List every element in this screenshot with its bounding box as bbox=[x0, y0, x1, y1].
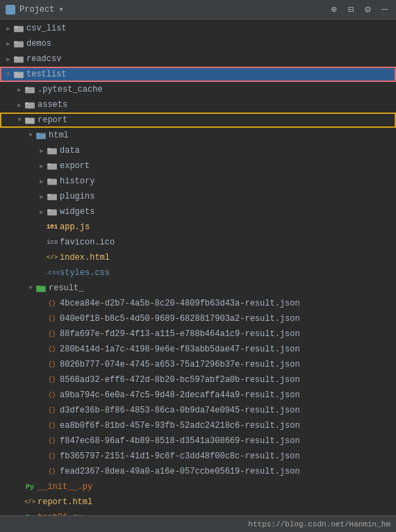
bar-spacer bbox=[0, 235, 2, 250]
folder-icon bbox=[35, 283, 47, 293]
tree-item-result9[interactable]: ▶{}ea8b0f6f-81bd-457e-93fb-52adc24218c6-… bbox=[0, 418, 396, 433]
file-icon: </> bbox=[47, 253, 58, 263]
tree-item-label: d3dfe36b-8f86-4853-86ca-0b9da74e0945-res… bbox=[60, 406, 393, 415]
title-bar-dropdown[interactable]: ▾ bbox=[58, 4, 63, 15]
title-bar-left: Project ▾ bbox=[6, 4, 64, 15]
tree-arrow[interactable] bbox=[15, 115, 24, 125]
svg-rect-24 bbox=[47, 179, 51, 181]
tree-item-stylescss[interactable]: ▶.cssstyles.css bbox=[0, 265, 396, 281]
tree-arrow[interactable] bbox=[37, 161, 47, 171]
tree-item-result8[interactable]: ▶{}d3dfe36b-8f86-4853-86ca-0b9da74e0945-… bbox=[0, 403, 396, 418]
bar-spacer bbox=[0, 311, 2, 326]
file-icon: {} bbox=[47, 344, 58, 354]
tree-arrow[interactable] bbox=[26, 131, 35, 140]
tree-item-assets[interactable]: assets bbox=[0, 97, 396, 113]
minimize-button[interactable]: — bbox=[379, 3, 390, 15]
svg-rect-5 bbox=[14, 57, 17, 59]
svg-rect-26 bbox=[47, 194, 51, 197]
title-bar-actions: ⊕ ⊟ ⚙ — bbox=[328, 3, 390, 15]
bar-spacer bbox=[0, 433, 2, 449]
tree-arrow[interactable] bbox=[26, 283, 35, 293]
tree-item-appjs[interactable]: ▶101app.js bbox=[0, 219, 396, 235]
tree-arrow[interactable] bbox=[37, 192, 47, 201]
tree-item-report[interactable]: report bbox=[0, 113, 396, 128]
tree-item-readcsv[interactable]: readcsv bbox=[0, 51, 396, 67]
bar-spacer bbox=[0, 510, 2, 515]
file-icon: {} bbox=[47, 360, 58, 369]
svg-rect-20 bbox=[47, 149, 51, 151]
bar-spacer bbox=[0, 113, 2, 128]
tree-item-result_[interactable]: result_ bbox=[0, 281, 396, 296]
tree-item-result4[interactable]: ▶{}280b414d-1a7c-4198-9e6e-f83abb5dae47-… bbox=[0, 342, 396, 357]
tree-item-result6[interactable]: ▶{}8568ad32-eff6-472d-8b20-bc597abf2a0b-… bbox=[0, 372, 396, 388]
settings-button[interactable]: ⚙ bbox=[362, 3, 373, 15]
bar-spacer bbox=[0, 281, 2, 296]
tree-item-label: 280b414d-1a7c-4198-9e6e-f83abb5dae47-res… bbox=[60, 344, 393, 354]
tree-item-result12[interactable]: ▶{}fead2367-8dea-49a0-a16e-057ccbe05619-… bbox=[0, 464, 396, 479]
file-icon: 101 bbox=[47, 222, 58, 232]
tree-item-result7[interactable]: ▶{}a9ba794c-6e0a-47c5-9d48-2decaffa44a9-… bbox=[0, 388, 396, 403]
add-button[interactable]: ⊕ bbox=[328, 3, 339, 15]
tree-item-label: result_ bbox=[49, 283, 393, 293]
tree-item-history[interactable]: history bbox=[0, 174, 396, 189]
tree-item-indexhtml[interactable]: ▶</>index.html bbox=[0, 250, 396, 265]
tree-arrow[interactable] bbox=[3, 69, 13, 79]
tree-item-html[interactable]: html bbox=[0, 128, 396, 143]
folder-icon bbox=[13, 24, 24, 33]
tree-item-pytest_cache[interactable]: .pytest_cache bbox=[0, 82, 396, 97]
file-icon: .css bbox=[47, 268, 58, 278]
folder-icon bbox=[47, 207, 58, 217]
tree-item-data[interactable]: data bbox=[0, 143, 396, 158]
tree-item-label: plugins bbox=[60, 192, 393, 201]
tree-arrow[interactable] bbox=[15, 100, 24, 110]
bar-spacer bbox=[0, 357, 2, 372]
bar-spacer bbox=[0, 174, 2, 189]
status-url: https://blog.csdn.net/Hanmin_hm bbox=[248, 520, 390, 529]
tree-item-init_py[interactable]: ▶Py__init__.py bbox=[0, 479, 396, 494]
bar-spacer bbox=[0, 418, 2, 433]
tree-arrow[interactable] bbox=[37, 207, 47, 217]
tree-item-reporthtml[interactable]: ▶</>report.html bbox=[0, 494, 396, 510]
file-icon: {} bbox=[47, 329, 58, 339]
file-icon: {} bbox=[47, 467, 58, 476]
tree-item-result3[interactable]: ▶{}88fa697e-fd29-4f13-a115-e788b464a1c9-… bbox=[0, 326, 396, 342]
bar-spacer bbox=[0, 143, 2, 158]
tree-item-label: 040e0f18-b8c5-4d50-9689-6828817903a2-res… bbox=[60, 314, 393, 324]
tree-arrow[interactable] bbox=[37, 146, 47, 156]
tree-item-result11[interactable]: ▶{}fb365797-2151-41d1-9c6f-c3dd48f00c8c-… bbox=[0, 449, 396, 464]
tree-arrow[interactable] bbox=[3, 24, 13, 33]
tree-arrow[interactable] bbox=[3, 54, 13, 64]
svg-rect-12 bbox=[25, 103, 28, 105]
folder-icon bbox=[47, 146, 58, 156]
tree-item-result10[interactable]: ▶{}f847ec68-96af-4b89-8518-d3541a308669-… bbox=[0, 433, 396, 449]
tree-item-test01py[interactable]: ▶Pytest01.py bbox=[0, 510, 396, 515]
tree-item-faviconico[interactable]: ▶icofavicon.ico bbox=[0, 235, 396, 250]
tree-item-widgets[interactable]: widgets bbox=[0, 204, 396, 219]
bar-spacer bbox=[0, 342, 2, 357]
tree-arrow[interactable] bbox=[15, 85, 24, 94]
tree-item-label: app.js bbox=[60, 222, 393, 232]
tree-item-label: assets bbox=[38, 100, 393, 110]
folder-icon bbox=[24, 115, 35, 125]
bar-spacer bbox=[0, 82, 2, 97]
tree-item-result1[interactable]: ▶{}4bcea84e-d2b7-4a5b-8c20-4809fb63d43a-… bbox=[0, 296, 396, 311]
tree-item-demos[interactable]: demos bbox=[0, 36, 396, 51]
bar-spacer bbox=[0, 479, 2, 494]
collapse-button[interactable]: ⊟ bbox=[345, 3, 356, 15]
tree-item-label: history bbox=[60, 176, 393, 186]
tree-item-label: testlist bbox=[26, 69, 393, 79]
bar-spacer bbox=[0, 265, 2, 281]
tree-item-export[interactable]: export bbox=[0, 158, 396, 174]
tree-item-testlist[interactable]: testlist bbox=[0, 67, 396, 82]
tree-arrow[interactable] bbox=[37, 176, 47, 186]
tree-item-label: index.html bbox=[60, 253, 393, 263]
tree-item-csv_list[interactable]: csv_list bbox=[0, 21, 396, 36]
tree-item-label: report bbox=[38, 115, 393, 125]
bar-spacer bbox=[0, 21, 2, 36]
tree-item-result5[interactable]: ▶{}8026b777-074e-4745-a653-75a17296b37e-… bbox=[0, 357, 396, 372]
tree-arrow[interactable] bbox=[3, 39, 13, 49]
bar-spacer bbox=[0, 372, 2, 388]
tree-item-label: 8026b777-074e-4745-a653-75a17296b37e-res… bbox=[60, 360, 393, 369]
tree-item-plugins[interactable]: plugins bbox=[0, 189, 396, 204]
tree-item-result2[interactable]: ▶{}040e0f18-b8c5-4d50-9689-6828817903a2-… bbox=[0, 311, 396, 326]
